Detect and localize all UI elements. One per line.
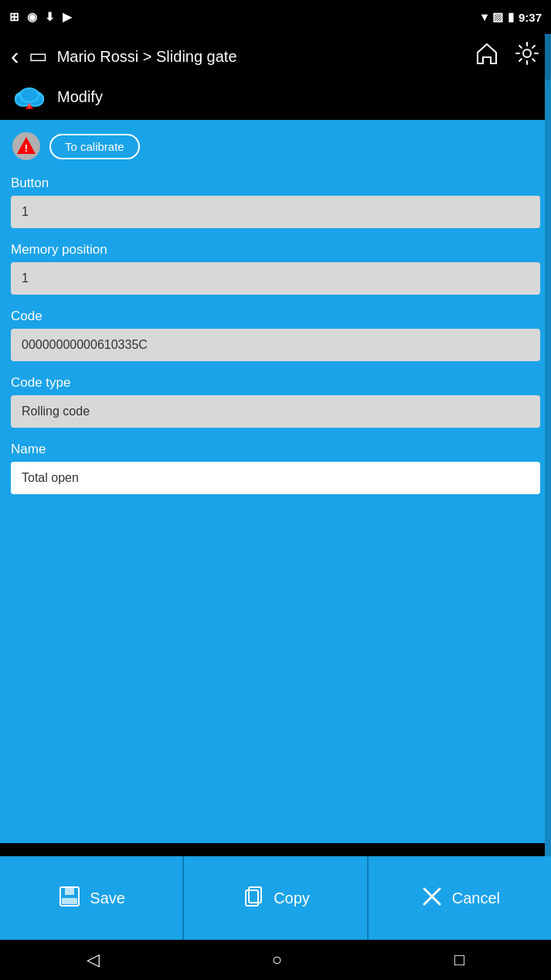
battery-icon: ▮ bbox=[508, 10, 514, 24]
save-icon bbox=[57, 884, 82, 913]
name-input[interactable] bbox=[11, 462, 540, 494]
calibrate-button[interactable]: To calibrate bbox=[49, 134, 140, 159]
copy-icon bbox=[241, 884, 266, 913]
code-field-section: Code bbox=[11, 309, 540, 361]
save-label: Save bbox=[90, 890, 125, 907]
memory-position-input[interactable] bbox=[11, 262, 540, 295]
copy-button[interactable]: Copy bbox=[184, 856, 368, 940]
memory-position-label: Memory position bbox=[11, 242, 540, 258]
main-content: ! To calibrate Button Memory position Co… bbox=[0, 120, 551, 843]
svg-text:!: ! bbox=[29, 104, 30, 109]
scroll-thumb[interactable] bbox=[545, 34, 551, 80]
page-title: Mario Rossi > Sliding gate bbox=[57, 46, 464, 67]
photo-icon: ⊞ bbox=[9, 10, 19, 24]
save-button[interactable]: Save bbox=[0, 856, 184, 940]
home-icon[interactable] bbox=[474, 40, 500, 72]
time-display: 9:37 bbox=[519, 11, 542, 24]
modify-row: ! Modify bbox=[0, 78, 551, 120]
code-type-section: Code type bbox=[11, 375, 540, 428]
svg-rect-12 bbox=[62, 898, 77, 904]
circle-icon: ◉ bbox=[27, 10, 37, 24]
signal-icon: ▨ bbox=[492, 10, 503, 24]
gear-icon[interactable] bbox=[514, 40, 540, 72]
status-bar: ⊞ ◉ ⬇ ▶ ▾ ▨ ▮ 9:37 bbox=[0, 0, 551, 34]
svg-point-4 bbox=[20, 88, 39, 102]
top-nav: ‹ ▭ Mario Rossi > Sliding gate bbox=[0, 34, 551, 78]
code-type-label: Code type bbox=[11, 375, 540, 391]
back-button[interactable]: ‹ bbox=[11, 42, 19, 70]
wifi-icon: ▾ bbox=[481, 10, 488, 24]
android-home-button[interactable]: ○ bbox=[272, 950, 282, 970]
top-nav-action-icons bbox=[474, 40, 540, 72]
device-icon: ▭ bbox=[29, 44, 48, 68]
scroll-track bbox=[545, 34, 551, 856]
svg-rect-11 bbox=[65, 887, 74, 895]
calibrate-banner: ! To calibrate bbox=[11, 131, 540, 162]
android-nav-bar: ◁ ○ □ bbox=[0, 940, 551, 980]
cancel-label: Cancel bbox=[452, 890, 500, 907]
android-recent-button[interactable]: □ bbox=[454, 950, 464, 970]
status-bar-left-icons: ⊞ ◉ ⬇ ▶ bbox=[9, 10, 72, 24]
copy-label: Copy bbox=[274, 890, 310, 907]
memory-position-section: Memory position bbox=[11, 242, 540, 295]
status-bar-right-icons: ▾ ▨ ▮ 9:37 bbox=[481, 10, 542, 24]
play-icon: ▶ bbox=[63, 10, 72, 24]
cloud-icon: ! bbox=[11, 83, 48, 111]
button-field-section: Button bbox=[11, 176, 540, 228]
name-field-section: Name bbox=[11, 442, 540, 494]
modify-label: Modify bbox=[57, 88, 103, 106]
code-label: Code bbox=[11, 309, 540, 324]
bottom-buttons: Save Copy Cancel bbox=[0, 856, 551, 940]
name-label: Name bbox=[11, 442, 540, 457]
code-type-input[interactable] bbox=[11, 395, 540, 428]
svg-point-0 bbox=[523, 50, 531, 57]
android-back-button[interactable]: ◁ bbox=[87, 950, 100, 970]
code-input[interactable] bbox=[11, 329, 540, 361]
button-input[interactable] bbox=[11, 196, 540, 228]
cancel-button[interactable]: Cancel bbox=[369, 856, 551, 940]
button-label: Button bbox=[11, 176, 540, 191]
alert-icon: ! bbox=[11, 131, 42, 162]
download-icon: ⬇ bbox=[45, 10, 55, 24]
svg-text:!: ! bbox=[25, 142, 28, 154]
cancel-icon bbox=[420, 884, 444, 913]
